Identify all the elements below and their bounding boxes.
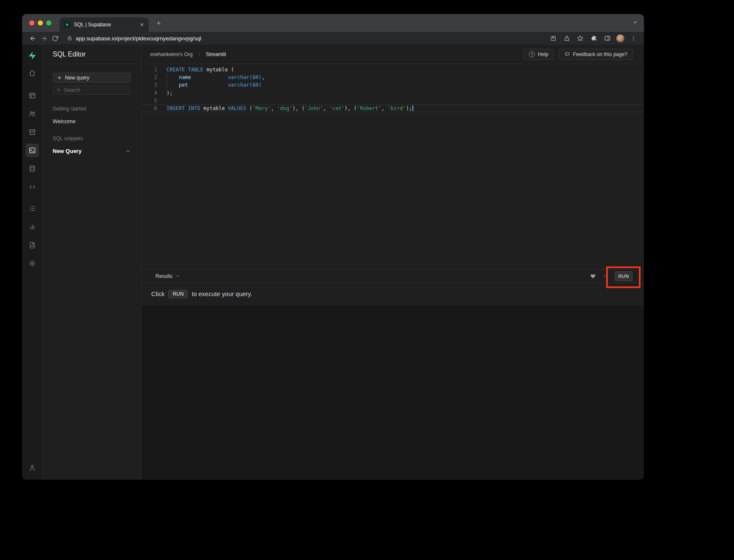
plus-icon: [57, 75, 62, 80]
tab-close-icon[interactable]: ✕: [138, 21, 145, 28]
line-number: 6: [141, 105, 157, 112]
search-input[interactable]: [64, 87, 127, 93]
auth-users-icon[interactable]: [25, 107, 39, 121]
run-kbd-badge: RUN: [168, 290, 188, 298]
search-field: [53, 85, 131, 95]
help-button[interactable]: ? Help: [523, 49, 554, 60]
empty-state-message: Click RUN to execute your query.: [141, 283, 644, 305]
close-window-button[interactable]: [29, 20, 34, 25]
supabase-logo-icon[interactable]: [25, 49, 39, 62]
browser-window: SQL | Supabase ✕ app.supabase.io/project…: [22, 14, 644, 480]
code-line[interactable]: 3 pet varchar(80): [141, 81, 644, 89]
tab-title: SQL | Supabase: [74, 22, 135, 28]
home-icon[interactable]: [25, 66, 39, 80]
sql-editor-icon[interactable]: [25, 144, 39, 157]
settings-gear-icon[interactable]: [25, 257, 39, 270]
message-suffix: to execute your query.: [192, 291, 252, 297]
chevron-down-icon: [175, 274, 180, 278]
breadcrumb-project[interactable]: Streamlit: [206, 51, 226, 57]
browser-toolbar: app.supabase.io/project/pldexcuqrnyedang…: [22, 32, 644, 45]
api-code-icon[interactable]: [25, 180, 39, 194]
bookmark-star-icon[interactable]: [575, 33, 586, 43]
help-question-icon: ?: [529, 51, 535, 57]
desktop: { "colors": { "accent_green": "#3ecf8e",…: [0, 0, 734, 560]
menu-kebab-icon[interactable]: [628, 33, 639, 43]
feedback-button[interactable]: Feedback on this page?: [559, 49, 633, 60]
new-query-button-label: New query: [65, 75, 89, 81]
results-label: Results: [155, 273, 172, 279]
sidebar-item-new-query-label: New Query: [53, 148, 82, 154]
line-number: 2: [141, 74, 157, 81]
extensions-puzzle-icon[interactable]: [588, 33, 599, 43]
indent-guide: [167, 74, 167, 89]
search-icon: [56, 88, 61, 93]
favorite-heart-icon[interactable]: [590, 273, 596, 279]
line-number: 3: [141, 81, 157, 89]
reports-chart-icon[interactable]: [25, 220, 39, 234]
sidebar-header: SQL Editor: [42, 45, 141, 64]
section-getting-started: Getting started: [53, 106, 131, 112]
database-icon[interactable]: [25, 162, 39, 175]
text-caret: [412, 105, 413, 111]
back-icon[interactable]: [27, 33, 38, 43]
message-prefix: Click: [151, 291, 164, 297]
tab-strip: SQL | Supabase ✕: [22, 14, 644, 32]
code-lines: 1CREATE TABLE mytable (2 name varchar(80…: [141, 66, 644, 112]
main-content: snehankekre's Org / Streamlit ? Help Fee…: [141, 45, 644, 480]
code-line[interactable]: 4);: [141, 89, 644, 97]
run-button[interactable]: RUN: [615, 271, 632, 281]
supabase-app: SQL Editor New query Getting started Wel…: [22, 45, 644, 480]
results-dropdown[interactable]: Results: [155, 273, 180, 279]
toolbar-right: RUN: [590, 271, 632, 281]
sidebar-body: New query Getting started Welcome SQL sn…: [42, 64, 141, 154]
code-line[interactable]: 5: [141, 97, 644, 105]
line-number: 5: [141, 97, 157, 105]
share-icon[interactable]: [561, 33, 572, 43]
url-text[interactable]: app.supabase.io/project/pldexcuqrnyedang…: [76, 35, 201, 42]
zoom-window-button[interactable]: [46, 20, 51, 25]
tab-search-chevron-icon[interactable]: [632, 20, 638, 25]
header-actions: ? Help Feedback on this page?: [523, 49, 633, 60]
table-editor-icon[interactable]: [25, 89, 39, 102]
side-panel-icon[interactable]: [602, 33, 613, 43]
reload-icon[interactable]: [49, 33, 60, 43]
breadcrumb-separator: /: [198, 51, 200, 57]
sql-editor-sidebar: SQL Editor New query Getting started Wel…: [42, 45, 141, 480]
chevron-down-icon[interactable]: [125, 148, 131, 154]
toolbar-actions: [548, 33, 639, 43]
new-tab-button[interactable]: [153, 17, 164, 28]
chat-bubble-icon: [565, 51, 570, 57]
nav-rail: [22, 45, 42, 480]
docs-file-icon[interactable]: [25, 238, 39, 252]
account-user-icon[interactable]: [25, 461, 39, 475]
reading-list-icon[interactable]: [548, 33, 559, 43]
address-bar[interactable]: app.supabase.io/project/pldexcuqrnyedang…: [67, 35, 548, 42]
logs-list-icon[interactable]: [25, 202, 39, 215]
code-line[interactable]: 6INSERT INTO mytable VALUES ('Mary', 'do…: [141, 105, 644, 112]
section-sql-snippets: SQL snippets: [53, 136, 131, 141]
storage-icon[interactable]: [25, 125, 39, 139]
code-line[interactable]: 1CREATE TABLE mytable (: [141, 66, 644, 74]
breadcrumb-header: snehankekre's Org / Streamlit ? Help Fee…: [141, 45, 644, 64]
help-button-label: Help: [538, 51, 548, 57]
page-title: SQL Editor: [53, 51, 86, 58]
feedback-button-label: Feedback on this page?: [573, 51, 627, 57]
line-number: 1: [141, 66, 157, 74]
sidebar-item-welcome[interactable]: Welcome: [53, 118, 131, 124]
minimize-window-button[interactable]: [38, 20, 43, 25]
results-toolbar: Results RUN: [141, 269, 644, 283]
results-empty-area: [141, 305, 644, 480]
line-number: 4: [141, 89, 157, 97]
profile-avatar[interactable]: [616, 34, 624, 42]
forward-icon[interactable]: [38, 33, 49, 43]
new-query-button[interactable]: New query: [53, 73, 131, 83]
breadcrumb-org[interactable]: snehankekre's Org: [150, 51, 192, 57]
browser-tab[interactable]: SQL | Supabase ✕: [59, 17, 149, 32]
chevron-down-icon[interactable]: [603, 274, 608, 279]
code-line[interactable]: 2 name varchar(80),: [141, 74, 644, 81]
sql-editor[interactable]: 1CREATE TABLE mytable (2 name varchar(80…: [141, 64, 644, 269]
lock-icon[interactable]: [67, 36, 72, 41]
supabase-favicon-icon: [64, 21, 71, 28]
traffic-lights: [29, 20, 51, 25]
sidebar-item-new-query[interactable]: New Query: [53, 148, 131, 154]
